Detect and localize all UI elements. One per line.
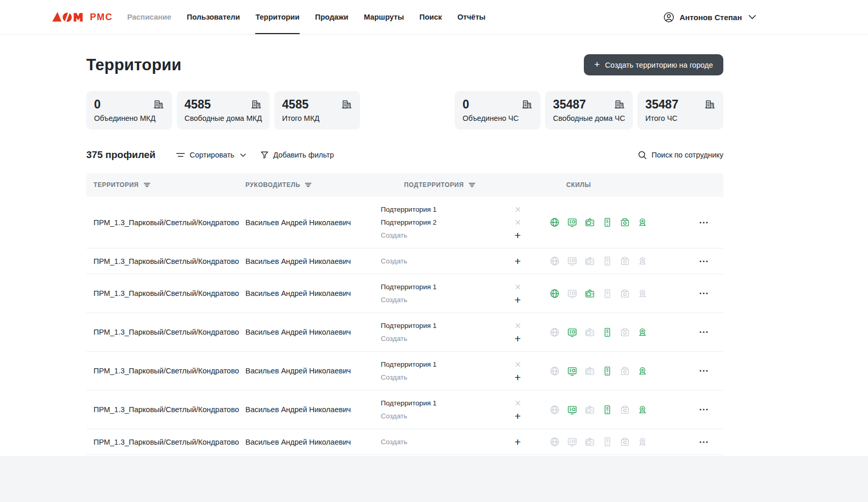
remove-subterritory-button[interactable]: [514, 360, 522, 368]
subterritory-label: Подтерритория 1: [381, 206, 437, 213]
close-icon: [515, 400, 521, 406]
subterritory-label: Подтерритория 2: [381, 218, 437, 226]
row-menu-button[interactable]: [699, 219, 709, 226]
main-content: Территории + Создать территорию на город…: [86, 54, 723, 456]
add-subterritory-button[interactable]: +: [514, 371, 522, 384]
user-menu[interactable]: Антонов Степан: [663, 0, 756, 34]
remove-subterritory-button[interactable]: [514, 206, 522, 213]
subterritory-item: Подтерритория 1: [381, 319, 522, 332]
remove-subterritory-button[interactable]: [514, 399, 522, 407]
ellipsis-icon: [700, 222, 708, 224]
column-header-subterritory: ПОДТЕРРИТОРИЯ: [381, 181, 534, 189]
iptv-icon: [567, 256, 578, 266]
tv-icon: [584, 436, 595, 447]
skills-cell: [534, 404, 699, 415]
stat-label: Объединено ЧС: [462, 114, 533, 122]
column-filter-icon[interactable]: [469, 182, 475, 187]
nav-item-search[interactable]: Поиск: [420, 0, 442, 34]
territory-cell: ПРМ_1.3_Парковый/Светлый/Кондратово: [86, 218, 245, 227]
building-icon: [153, 99, 164, 110]
tv-icon: [584, 404, 595, 415]
manager-cell: Васильев Андрей Николаевич: [245, 438, 381, 446]
create-territory-label: Создать территорию на городе: [605, 61, 713, 69]
tv-icon: [584, 256, 595, 266]
camera-icon: [637, 404, 648, 415]
row-menu-button[interactable]: [699, 258, 709, 264]
add-subterritory-button[interactable]: +: [514, 293, 522, 306]
create-subterritory-label: Создать: [381, 373, 407, 381]
nav-item-reports[interactable]: Отчёты: [457, 0, 485, 34]
territory-cell: ПРМ_1.3_Парковый/Светлый/Кондратово: [86, 405, 245, 414]
internet-icon: [549, 366, 560, 376]
table-row: ПРМ_1.3_Парковый/Светлый/Кондратово Васи…: [86, 352, 723, 390]
add-subterritory-button[interactable]: +: [514, 410, 522, 422]
camera-icon: [637, 436, 648, 447]
camera-icon: [637, 256, 648, 266]
add-subterritory-button[interactable]: +: [514, 255, 522, 268]
stat-card: 0Объединено МКД: [86, 91, 172, 130]
subterritory-cell: Создать+: [381, 255, 534, 268]
close-icon: [515, 362, 521, 367]
row-menu-button[interactable]: [699, 439, 709, 445]
search-icon: [638, 150, 647, 160]
territory-cell: ПРМ_1.3_Парковый/Светлый/Кондратово: [86, 289, 245, 297]
add-filter-button[interactable]: Добавить фильтр: [260, 151, 334, 159]
stat-value: 35487: [553, 98, 586, 112]
subterritory-label: Подтерритория 1: [381, 399, 437, 407]
remove-subterritory-button[interactable]: [514, 218, 522, 226]
actions-cell: [699, 258, 723, 264]
create-territory-button[interactable]: + Создать территорию на городе: [584, 54, 723, 75]
nav-item-schedule[interactable]: Расписание: [127, 0, 171, 34]
phone-icon: [619, 256, 630, 266]
user-avatar-icon: [663, 11, 675, 23]
subterritory-cell: Подтерритория 1Создать+: [381, 397, 534, 422]
add-subterritory-button[interactable]: +: [514, 435, 522, 448]
column-filter-icon[interactable]: [144, 182, 150, 187]
column-filter-icon[interactable]: [305, 182, 312, 187]
ellipsis-icon: [700, 292, 708, 294]
subterritory-item: Подтерритория 1: [381, 358, 522, 371]
tv-icon: [584, 217, 595, 228]
building-icon: [704, 99, 716, 110]
ellipsis-icon: [700, 331, 708, 333]
logo[interactable]: РМС: [52, 0, 113, 34]
main-nav: РасписаниеПользователиТерриторииПродажиМ…: [127, 0, 501, 34]
sort-button[interactable]: Сортировать: [176, 151, 246, 159]
stat-label: Свободные дома ЧС: [553, 114, 625, 122]
stats-row: 0Объединено МКД4585Свободные дома МКД458…: [86, 91, 723, 130]
nav-item-routes[interactable]: Маршруты: [364, 0, 404, 34]
remove-subterritory-button[interactable]: [514, 322, 522, 330]
remove-subterritory-button[interactable]: [514, 283, 522, 291]
column-label: ПОДТЕРРИТОРИЯ: [404, 181, 464, 189]
stat-label: Итого МКД: [282, 114, 352, 122]
manager-cell: Васильев Андрей Николаевич: [245, 257, 381, 265]
row-menu-button[interactable]: [699, 368, 709, 374]
row-menu-button[interactable]: [699, 329, 709, 335]
add-subterritory-button[interactable]: +: [514, 229, 522, 242]
add-subterritory-button[interactable]: +: [514, 332, 522, 345]
employee-search-button[interactable]: Поиск по сотруднику: [638, 150, 723, 160]
subterritory-label: Подтерритория 1: [381, 283, 437, 291]
nav-item-territories[interactable]: Территории: [255, 0, 299, 34]
actions-cell: [699, 329, 723, 335]
nav-item-users[interactable]: Пользователи: [187, 0, 240, 34]
row-menu-button[interactable]: [699, 406, 709, 413]
table-body: ПРМ_1.3_Парковый/Светлый/Кондратово Васи…: [86, 197, 723, 455]
manager-cell: Васильев Андрей Николаевич: [245, 289, 381, 297]
receipt-icon: [602, 404, 613, 415]
brand-mark-icon: [52, 10, 85, 24]
ellipsis-icon: [700, 441, 708, 443]
subterritory-label: Подтерритория 1: [381, 322, 437, 330]
nav-item-sales[interactable]: Продажи: [315, 0, 348, 34]
column-label: РУКОВОДИТЕЛЬ: [245, 181, 300, 189]
sort-label: Сортировать: [190, 151, 235, 159]
create-subterritory-row: Создать+: [381, 229, 522, 242]
subterritory-cell: Подтерритория 1Создать+: [381, 358, 534, 384]
receipt-icon: [602, 327, 613, 338]
row-menu-button[interactable]: [699, 290, 709, 296]
create-subterritory-row: Создать+: [381, 410, 522, 422]
territory-cell: ПРМ_1.3_Парковый/Светлый/Кондратово: [86, 438, 245, 446]
territory-cell: ПРМ_1.3_Парковый/Светлый/Кондратово: [86, 328, 245, 336]
create-subterritory-label: Создать: [381, 412, 407, 420]
table-row: ПРМ_1.3_Парковый/Светлый/Кондратово Васи…: [86, 197, 723, 248]
